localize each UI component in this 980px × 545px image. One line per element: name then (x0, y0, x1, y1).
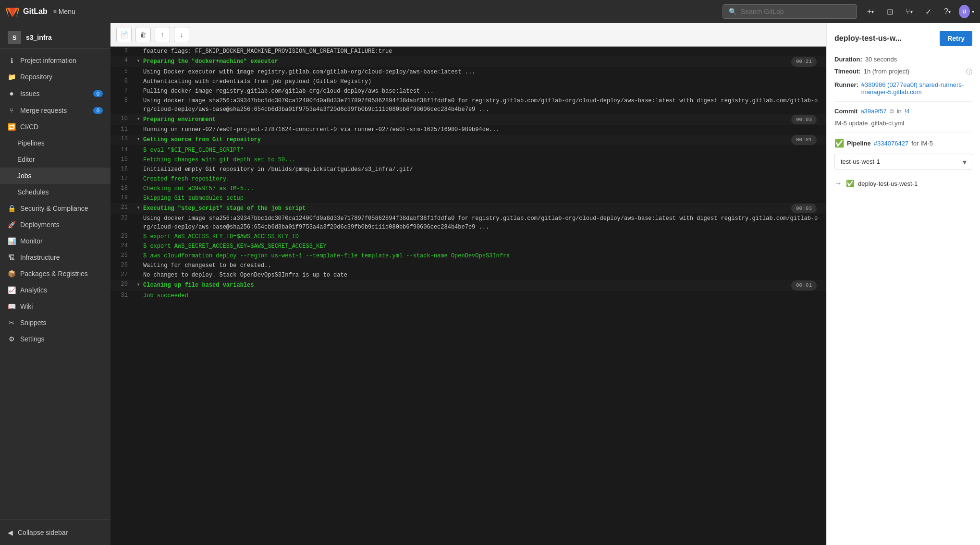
current-job-arrow: → (834, 179, 842, 188)
sidebar-item-editor[interactable]: Editor (0, 151, 110, 168)
sidebar-item-pipelines[interactable]: Pipelines (0, 135, 110, 151)
avatar: U (959, 5, 970, 18)
sidebar-item-analytics[interactable]: 📈 Analytics (0, 282, 110, 298)
commit-in: in (897, 108, 902, 115)
job-log-content[interactable]: 3feature flags: FF_SKIP_DOCKER_MACHINE_P… (110, 47, 826, 545)
log-line-content: $ aws cloudformation deploy --region us-… (143, 252, 826, 260)
timeout-info-icon[interactable]: ⓘ (966, 68, 972, 76)
log-line-number: 17 (110, 175, 134, 182)
chevron-icon: ▾ (871, 9, 874, 14)
log-line-content: Cleaning up file based variables00:01 (143, 280, 826, 291)
log-line: 3feature flags: FF_SKIP_DOCKER_MACHINE_P… (110, 47, 826, 56)
log-line-toggle (134, 232, 143, 233)
sidebar-item-project-information[interactable]: ℹ Project information (0, 52, 110, 69)
divider-1 (834, 101, 972, 102)
issues-button[interactable]: ⊡ (882, 4, 897, 19)
collapse-label: Collapse sidebar (18, 529, 68, 536)
monitor-icon: 📊 (8, 237, 15, 245)
collapse-sidebar-button[interactable]: ◀ Collapse sidebar (8, 526, 103, 539)
user-menu-button[interactable]: U ▾ (959, 4, 974, 19)
duration-label: Duration: (834, 56, 862, 63)
pipeline-link[interactable]: #334076427 (874, 140, 908, 147)
sidebar-item-label: Repository (20, 73, 103, 81)
sidebar-item-security[interactable]: 🔒 Security & Compliance (0, 200, 110, 217)
sidebar-item-label: Project information (20, 57, 103, 64)
log-line-content: Using docker image sha256:a39347bbc1dc30… (143, 214, 826, 231)
log-line-content: Preparing the "docker+machine" executor0… (143, 57, 826, 67)
job-title: deploy-test-us-w... (834, 34, 902, 43)
log-line-toggle (134, 87, 143, 87)
runner-label: Runner: (834, 81, 858, 88)
commit-message-row: IM-5 update .gitlab-ci.yml (834, 120, 972, 127)
log-line: 4▾Preparing the "docker+machine" executo… (110, 56, 826, 67)
log-line-content: $ eval "$CI_PRE_CLONE_SCRIPT" (143, 146, 826, 155)
sidebar-item-snippets[interactable]: ✂ Snippets (0, 315, 110, 331)
navbar-icons: + ▾ ⊡ ⑂ ▾ ✓ ? ▾ U ▾ (863, 4, 974, 19)
sidebar-item-monitor[interactable]: 📊 Monitor (0, 233, 110, 249)
sidebar-item-jobs[interactable]: Jobs (0, 168, 110, 184)
log-line-content: Getting source from Git repository00:01 (143, 135, 826, 145)
job-log-panel: 📄 🗑 ↑ ↓ 3feature flags: FF_SKIP_DOCKER_M… (110, 23, 826, 545)
log-line-toggle[interactable]: ▾ (134, 135, 143, 143)
commit-info: Commit a39a9f57 ⧉ in !4 (834, 108, 972, 115)
gitlab-wordmark: GitLab (23, 7, 48, 16)
create-button[interactable]: + ▾ (863, 4, 878, 19)
runner-link[interactable]: #380986 (0277ea0f) shared-runners-manage… (861, 81, 972, 96)
log-line-toggle[interactable]: ▾ (134, 280, 143, 288)
branch-select[interactable]: test-us-west-1 (834, 154, 972, 170)
log-line-number: 8 (110, 97, 134, 104)
log-line-toggle (134, 125, 143, 126)
merge-requests-button[interactable]: ⑂ ▾ (901, 4, 917, 19)
log-line-number: 27 (110, 271, 134, 278)
todos-icon: ✓ (925, 7, 931, 16)
commit-branch-link[interactable]: !4 (905, 108, 910, 115)
help-chevron-icon: ▾ (948, 9, 951, 14)
content-area: 📄 🗑 ↑ ↓ 3feature flags: FF_SKIP_DOCKER_M… (110, 23, 980, 545)
sidebar-item-wiki[interactable]: 📖 Wiki (0, 298, 110, 315)
log-line-number: 25 (110, 252, 134, 259)
log-line-content: No changes to deploy. Stack OpenDevOpsS3… (143, 271, 826, 279)
sidebar-nav: ℹ Project information 📁 Repository ● Iss… (0, 48, 110, 520)
log-line-toggle (134, 184, 143, 185)
menu-button[interactable]: ≡ Menu (53, 8, 75, 15)
gitlab-logo[interactable]: GitLab (6, 5, 48, 18)
project-header: S s3_infra (0, 23, 110, 48)
log-line-content: Checking out a39a9f57 as IM-5... (143, 184, 826, 193)
log-line-toggle[interactable]: ▾ (134, 204, 143, 211)
scroll-bottom-button[interactable]: ↓ (174, 27, 189, 42)
sidebar-item-merge-requests[interactable]: ⑂ Merge requests 0 (0, 102, 110, 119)
infrastructure-icon: 🏗 (8, 254, 15, 261)
sidebar-item-packages[interactable]: 📦 Packages & Registries (0, 266, 110, 282)
project-name: s3_infra (26, 34, 52, 41)
sidebar-item-settings[interactable]: ⚙ Settings (0, 331, 110, 347)
log-line-toggle (134, 252, 143, 252)
log-line-toggle (134, 214, 143, 215)
erase-log-button[interactable]: 🗑 (135, 27, 151, 42)
log-line-content: Pulling docker image registry.gitlab.com… (143, 87, 826, 96)
retry-button[interactable]: Retry (940, 31, 972, 46)
gitlab-logo-icon (6, 5, 19, 18)
sidebar-item-label: Snippets (20, 319, 103, 327)
sidebar-item-deployments[interactable]: 🚀 Deployments (0, 217, 110, 233)
commit-hash-link[interactable]: a39a9f57 (860, 108, 886, 115)
todos-button[interactable]: ✓ (920, 4, 936, 19)
search-bar[interactable]: 🔍 (723, 4, 857, 19)
snippets-icon: ✂ (8, 319, 15, 327)
help-button[interactable]: ? ▾ (940, 4, 955, 19)
sidebar-item-infrastructure[interactable]: 🏗 Infrastructure (0, 249, 110, 266)
raw-log-button[interactable]: 📄 (116, 27, 132, 42)
log-line: 23$ export AWS_ACCESS_KEY_ID=$AWS_ACCESS… (110, 232, 826, 242)
pipeline-info: ✅ Pipeline #334076427 for IM-5 (834, 139, 972, 148)
sidebar-item-issues[interactable]: ● Issues 0 (0, 85, 110, 102)
sidebar-item-schedules[interactable]: Schedules (0, 184, 110, 200)
scroll-top-button[interactable]: ↑ (155, 27, 170, 42)
log-line-toggle[interactable]: ▾ (134, 57, 143, 64)
log-line-toggle[interactable]: ▾ (134, 115, 143, 122)
sidebar-item-cicd[interactable]: 🔁 CI/CD (0, 119, 110, 135)
copy-icon[interactable]: ⧉ (890, 108, 894, 115)
log-line: 18Checking out a39a9f57 as IM-5... (110, 184, 826, 194)
sidebar-item-repository[interactable]: 📁 Repository (0, 69, 110, 85)
log-line: 6Authenticating with credentials from jo… (110, 77, 826, 86)
search-icon: 🔍 (729, 8, 737, 15)
search-input[interactable] (741, 8, 851, 15)
